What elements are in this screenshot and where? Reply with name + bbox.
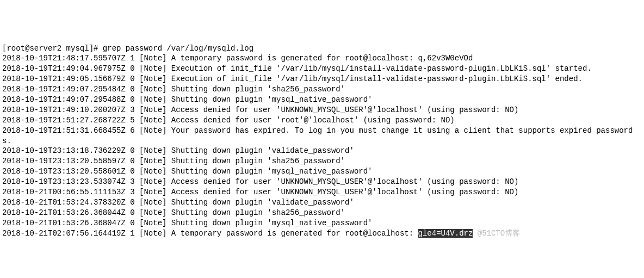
watermark-text: @51CTO博客 (473, 229, 520, 238)
log-line-last: 2018-10-21T02:07:56.164419Z 1 [Note] A t… (2, 228, 642, 239)
terminal-output: [root@server2 mysql]# grep password /var… (2, 44, 642, 239)
log-line: 2018-10-19T23:13:20.558597Z 0 [Note] Shu… (2, 156, 642, 166)
log-line: 2018-10-19T21:51:27.268722Z 5 [Note] Acc… (2, 115, 642, 126)
log-line: 2018-10-19T21:49:07.295488Z 0 [Note] Shu… (2, 95, 642, 105)
log-line: 2018-10-19T23:13:20.558601Z 0 [Note] Shu… (2, 166, 642, 177)
log-line: 2018-10-19T21:49:04.967975Z 0 [Note] Exe… (2, 64, 642, 74)
log-line: 2018-10-19T21:49:10.200207Z 3 [Note] Acc… (2, 105, 642, 115)
temporary-password-highlight: gle4=U4V.drz (418, 229, 473, 238)
log-line: 2018-10-19T21:51:31.668455Z 6 [Note] You… (2, 126, 642, 146)
log-line: 2018-10-19T21:48:17.595707Z 1 [Note] A t… (2, 53, 642, 64)
log-line: 2018-10-21T01:53:26.368047Z 0 [Note] Shu… (2, 218, 642, 228)
log-line: 2018-10-21T01:53:26.368044Z 0 [Note] Shu… (2, 208, 642, 218)
log-line: 2018-10-21T00:56:55.111153Z 3 [Note] Acc… (2, 187, 642, 197)
log-line: 2018-10-19T21:49:07.295484Z 0 [Note] Shu… (2, 84, 642, 95)
log-text: 2018-10-21T02:07:56.164419Z 1 [Note] A t… (2, 229, 418, 238)
log-line: 2018-10-19T23:13:23.533074Z 3 [Note] Acc… (2, 177, 642, 187)
shell-prompt-line: [root@server2 mysql]# grep password /var… (2, 44, 642, 54)
log-line: 2018-10-19T23:13:18.736229Z 0 [Note] Shu… (2, 146, 642, 156)
log-line: 2018-10-21T01:53:24.378320Z 0 [Note] Shu… (2, 197, 642, 208)
log-line: 2018-10-19T21:49:05.156679Z 0 [Note] Exe… (2, 74, 642, 84)
